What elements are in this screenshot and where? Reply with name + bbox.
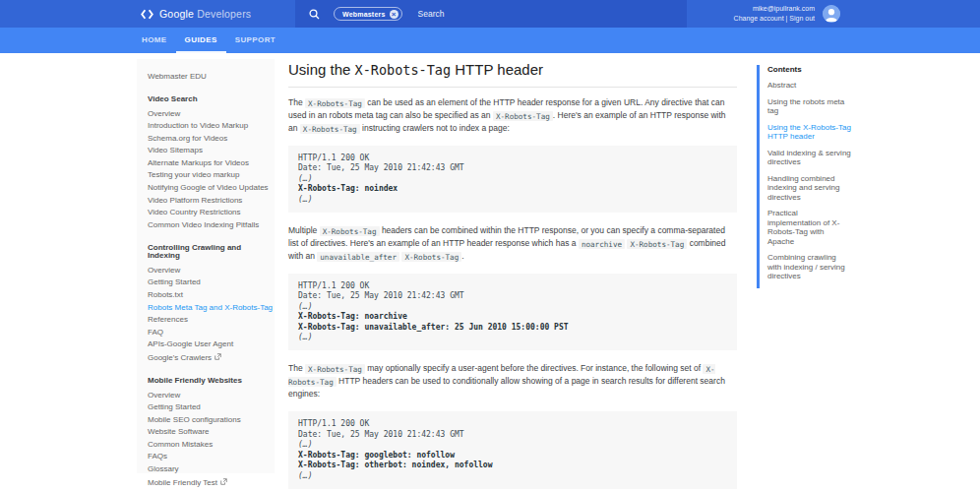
tab-home[interactable]: HOME: [133, 28, 176, 53]
sidebar-item[interactable]: Introduction to Video Markup: [148, 122, 269, 130]
chip-label: Webmasters: [342, 11, 386, 18]
sidebar: Webmaster EDU Video SearchOverviewIntrod…: [137, 59, 275, 473]
nav-tabs: HOMEGUIDESSUPPORT: [0, 28, 980, 53]
sidebar-item[interactable]: FAQ: [148, 329, 269, 337]
person-icon: [823, 5, 840, 23]
code-line: HTTP/1.1 200 OK: [298, 281, 727, 291]
inline-code: X-Robots-Tag: [401, 252, 461, 262]
inline-code: X-Robots-Tag: [627, 239, 687, 249]
google-developers-logo[interactable]: Google Developers: [141, 0, 251, 28]
contents-list: AbstractUsing the robots meta tagUsing t…: [767, 81, 851, 281]
code-line: HTTP/1.1 200 OK: [298, 154, 727, 163]
sidebar-item[interactable]: Website Software: [148, 428, 269, 436]
sidebar-item[interactable]: Alternate Markups for Videos: [148, 159, 269, 167]
sidebar-item[interactable]: Video Sitemaps: [148, 147, 269, 154]
article-flow: The X-Robots-Tag can be used as an eleme…: [288, 96, 737, 492]
sidebar-item[interactable]: Getting Started: [148, 403, 269, 411]
sidebar-item[interactable]: Common Video Indexing Pitfalls: [148, 221, 269, 229]
inline-code: X-Robots-Tag: [300, 124, 360, 134]
tab-guides[interactable]: GUIDES: [176, 28, 226, 53]
contents-panel: Contents AbstractUsing the robots meta t…: [757, 65, 851, 288]
contents-item[interactable]: Handling combined indexing and serving d…: [767, 174, 851, 203]
avatar[interactable]: [823, 5, 840, 23]
top-app-bar: Google Developers Webmasters × Search mi…: [0, 0, 980, 28]
sidebar-item[interactable]: FAQs: [148, 453, 269, 461]
sidebar-item[interactable]: Overview: [148, 267, 269, 275]
search-icon[interactable]: [309, 9, 320, 20]
sidebar-item[interactable]: Overview: [148, 392, 269, 400]
account-email: mike@ipullrank.com: [734, 4, 815, 14]
sidebar-section-title: Mobile Friendly Websites: [148, 377, 269, 386]
sidebar-item[interactable]: References: [148, 316, 269, 324]
tab-support[interactable]: SUPPORT: [226, 28, 284, 53]
sidebar-item-webmaster-edu[interactable]: Webmaster EDU: [148, 72, 269, 81]
contents-item[interactable]: Using the X-Robots-Tag HTTP header: [767, 123, 851, 142]
account-info: mike@ipullrank.com Change account | Sign…: [734, 4, 815, 23]
paragraph: The X-Robots-Tag can be used as an eleme…: [288, 96, 737, 135]
code-line: HTTP/1.1 200 OK: [298, 419, 727, 429]
search-filter-chip[interactable]: Webmasters ×: [334, 7, 402, 21]
inline-code: noarchive: [579, 239, 625, 249]
contents-item[interactable]: Abstract: [767, 81, 851, 91]
sidebar-item[interactable]: Testing your video markup: [148, 171, 269, 179]
article: Using the X-Robots-Tag HTTP header The X…: [288, 61, 737, 492]
code-block: HTTP/1.1 200 OKDate: Tue, 25 May 2010 21…: [288, 274, 737, 350]
sidebar-item[interactable]: Mobile Friendly Test: [148, 478, 269, 487]
account-links[interactable]: Change account | Sign out: [734, 14, 815, 24]
logo-google: Google: [159, 8, 194, 20]
code-line: (…): [298, 471, 727, 481]
contents-item[interactable]: Using the robots meta tag: [767, 97, 851, 116]
paragraph: The X-Robots-Tag may optionally specify …: [288, 362, 737, 400]
page-title-code: X-Robots-Tag: [355, 62, 452, 78]
sidebar-item[interactable]: Mobile SEO configurations: [148, 416, 269, 424]
page-title-post: HTTP header: [451, 61, 543, 78]
code-line: Date: Tue, 25 May 2010 21:42:43 GMT: [298, 163, 727, 173]
sidebar-item[interactable]: Video Platform Restrictions: [148, 197, 269, 205]
inline-code: unavailable_after: [317, 252, 399, 262]
paragraph: Multiple X-Robots-Tag headers can be com…: [288, 224, 737, 263]
inline-code: X-Robots-Tag: [493, 111, 553, 121]
sidebar-item[interactable]: Glossary: [148, 465, 269, 473]
inline-code: X-Robots-Tag: [305, 364, 365, 374]
sidebar-item[interactable]: Google's Crawlers: [148, 353, 269, 362]
code-line: Date: Tue, 25 May 2010 21:42:43 GMT: [298, 291, 727, 301]
external-link-icon: [214, 353, 221, 362]
sidebar-item[interactable]: Getting Started: [148, 278, 269, 286]
search-bar[interactable]: Webmasters × Search: [295, 0, 687, 28]
code-line: X-Robots-Tag: unavailable_after: 25 Jun …: [298, 323, 727, 333]
code-block: HTTP/1.1 200 OKDate: Tue, 25 May 2010 21…: [288, 146, 737, 213]
code-line: (…): [298, 440, 727, 450]
contents-item[interactable]: Combining crawling with indexing / servi…: [767, 253, 851, 281]
sidebar-item[interactable]: Overview: [148, 110, 269, 118]
chip-remove-icon[interactable]: ×: [390, 10, 398, 19]
code-line: X-Robots-Tag: noindex: [298, 184, 727, 194]
inline-code: X-Robots-Tag: [320, 226, 380, 236]
sidebar-section-title: Controlling Crawling and Indexing: [148, 244, 269, 261]
sidebar-item[interactable]: Robots Meta Tag and X-Robots-Tag: [148, 304, 269, 312]
sidebar-section-title: Video Search: [148, 95, 269, 104]
code-line: (…): [298, 302, 727, 312]
code-line: X-Robots-Tag: noarchive: [298, 312, 727, 322]
contents-item[interactable]: Practical implementation of X-Robots-Tag…: [767, 209, 851, 246]
code-line: (…): [298, 195, 727, 205]
sidebar-item[interactable]: Common Mistakes: [148, 441, 269, 449]
code-line: (…): [298, 174, 727, 184]
page-title-pre: Using the: [288, 61, 355, 78]
code-line: Date: Tue, 25 May 2010 21:42:43 GMT: [298, 430, 727, 440]
code-block: HTTP/1.1 200 OKDate: Tue, 25 May 2010 21…: [288, 411, 737, 488]
sidebar-item[interactable]: Robots.txt: [148, 291, 269, 299]
code-line: (…): [298, 333, 727, 342]
page-title: Using the X-Robots-Tag HTTP header: [288, 61, 737, 88]
sidebar-item[interactable]: Schema.org for Videos: [148, 135, 269, 143]
sidebar-item[interactable]: Notifying Google of Video Updates: [148, 184, 269, 192]
sidebar-item[interactable]: Video Country Restrictions: [148, 209, 269, 216]
inline-code: X-Robots-Tag: [305, 98, 365, 108]
contents-title: Contents: [767, 65, 851, 74]
logo-developers: Developers: [197, 8, 251, 20]
sidebar-item[interactable]: APIs-Google User Agent: [148, 340, 269, 348]
search-input[interactable]: Search: [418, 9, 445, 19]
code-brackets-icon: [141, 9, 153, 20]
contents-item[interactable]: Valid indexing & serving directives: [767, 149, 851, 167]
logo-text: Google Developers: [159, 8, 251, 20]
code-line: X-Robots-Tag: googlebot: nofollow: [298, 451, 727, 461]
